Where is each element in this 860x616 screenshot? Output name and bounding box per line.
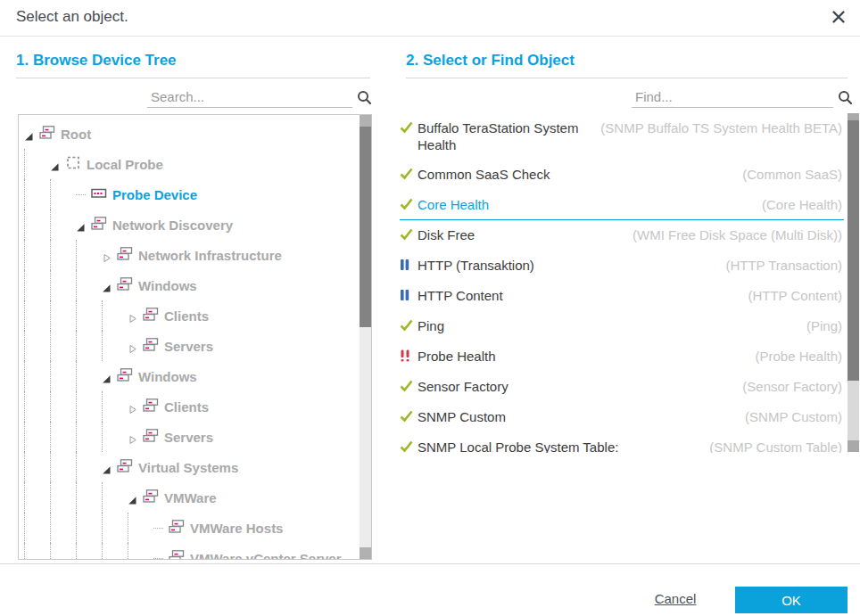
close-icon[interactable]	[831, 10, 846, 24]
tree-node-label[interactable]: Servers	[164, 339, 213, 354]
tree-node[interactable]: Windows	[24, 270, 371, 300]
object-name[interactable]: Disk Free	[418, 226, 625, 243]
tree-node-label[interactable]: Probe Device	[112, 187, 197, 202]
ok-button[interactable]: OK	[735, 587, 848, 613]
expand-toggle-icon[interactable]	[128, 432, 137, 442]
tree-guide-line	[102, 543, 128, 560]
tree-node[interactable]: Windows	[24, 361, 371, 391]
tree-node[interactable]: Clients	[24, 300, 371, 331]
tree-node[interactable]: Network Infrastructure	[24, 240, 371, 270]
tree-node-label[interactable]: VMWare Hosts	[190, 521, 283, 536]
object-list-item[interactable]: Sensor Factory(Sensor Factory)	[400, 372, 844, 402]
object-name[interactable]: SNMP Custom	[418, 408, 738, 425]
expand-toggle-icon[interactable]	[128, 341, 137, 351]
tree-scrollbar-thumb[interactable]	[360, 127, 371, 327]
tree-node-label[interactable]: Local Probe	[87, 157, 163, 172]
tree-node-label[interactable]: Network Infrastructure	[138, 248, 282, 263]
tree-node-label[interactable]: VMWare	[164, 490, 217, 505]
tree-node-label[interactable]: VMWare vCenter Server	[190, 551, 342, 561]
list-scrollbar-thumb[interactable]	[848, 120, 859, 381]
tree-guide-line	[24, 331, 50, 361]
tree-guide-line	[24, 149, 50, 179]
group-icon	[117, 277, 133, 294]
object-list-item[interactable]: SNMP Local Probe System Table: hrDiskSto…	[400, 432, 844, 453]
object-type: (HTTP Transaction)	[725, 257, 842, 274]
warning-icon	[400, 348, 418, 365]
tree-node-label[interactable]: Clients	[164, 308, 209, 324]
find-icon[interactable]	[838, 90, 853, 105]
tree-guide-line	[76, 331, 102, 361]
tree-node[interactable]: VMWare Hosts	[24, 513, 371, 543]
search-icon[interactable]	[357, 90, 372, 105]
tree-guide-line	[50, 240, 76, 270]
object-name[interactable]: Ping	[418, 317, 799, 334]
tree-node[interactable]: Clients	[24, 391, 371, 422]
object-type: (Core Health)	[762, 196, 842, 213]
tree-guide-line	[24, 209, 50, 240]
collapse-toggle-icon[interactable]	[102, 281, 112, 291]
object-list-item[interactable]: Probe Health(Probe Health)	[400, 341, 844, 372]
object-list-item[interactable]: SNMP Custom(SNMP Custom)	[400, 402, 844, 432]
tree-guide-line	[50, 422, 76, 452]
object-name[interactable]: Buffalo TeraStation System Health	[418, 119, 593, 153]
tree-node-label[interactable]: Windows	[138, 278, 197, 293]
cancel-button[interactable]: Cancel	[649, 591, 701, 606]
expand-toggle-icon[interactable]	[128, 402, 137, 412]
object-list-item[interactable]: Common SaaS Check(Common SaaS)	[400, 160, 844, 190]
object-list-item[interactable]: Disk Free(WMI Free Disk Space (Multi Dis…	[400, 220, 844, 251]
tree-node[interactable]: Local Probe	[24, 149, 371, 179]
tree-guide-line	[24, 270, 50, 300]
collapse-toggle-icon[interactable]	[76, 220, 86, 230]
tree-node[interactable]: Servers	[24, 422, 371, 452]
object-name[interactable]: Common SaaS Check	[418, 166, 735, 183]
tree-guide-line	[24, 240, 50, 270]
tree-node-label[interactable]: Servers	[164, 430, 213, 445]
tree-scrollbar[interactable]	[360, 115, 371, 559]
object-name[interactable]: Core Health	[418, 196, 755, 213]
tree-guide-line	[50, 513, 76, 543]
check-icon	[400, 226, 418, 244]
object-list-item[interactable]: HTTP (Transaktion)(HTTP Transaction)	[400, 251, 844, 281]
footer-divider	[0, 563, 860, 564]
object-list-item[interactable]: Core Health(Core Health)	[400, 190, 844, 220]
search-input[interactable]	[147, 86, 352, 108]
object-type: (SNMP Custom Table)	[709, 439, 842, 453]
tree-node[interactable]: VMWare vCenter Server	[24, 543, 371, 560]
tree-node-label[interactable]: Windows	[138, 369, 197, 384]
tree-node[interactable]: Servers	[24, 331, 371, 361]
tree-guide-line	[76, 361, 102, 391]
tree-node[interactable]: Network Discovery	[24, 209, 371, 240]
collapse-toggle-icon[interactable]	[50, 160, 60, 169]
object-list-item[interactable]: Ping(Ping)	[400, 311, 844, 341]
tree-node[interactable]: VMWare	[24, 482, 371, 513]
dialog-titlebar: Select an object.	[0, 0, 860, 37]
expand-toggle-icon[interactable]	[128, 311, 137, 321]
collapse-toggle-icon[interactable]	[102, 372, 112, 382]
object-list-item[interactable]: Buffalo TeraStation System Health(SNMP B…	[400, 113, 844, 160]
object-name[interactable]: Sensor Factory	[418, 378, 735, 395]
group-icon	[143, 398, 159, 415]
tree-guide-line	[102, 482, 128, 513]
expand-toggle-icon[interactable]	[102, 251, 112, 260]
tree-guide-line	[76, 240, 102, 270]
device-tree: RootLocal ProbeProbe DeviceNetwork Disco…	[18, 114, 372, 560]
collapse-toggle-icon[interactable]	[102, 463, 112, 472]
object-name[interactable]: Probe Health	[418, 348, 748, 365]
collapse-toggle-icon[interactable]	[128, 493, 137, 503]
tree-node-label[interactable]: Root	[61, 127, 91, 142]
collapse-toggle-icon[interactable]	[24, 129, 34, 139]
tree-node-label[interactable]: Virtual Systems	[138, 460, 238, 475]
tree-node[interactable]: Root	[24, 119, 371, 149]
tree-node[interactable]: Virtual Systems	[24, 452, 371, 482]
tree-guide-line	[76, 422, 102, 452]
object-list-item[interactable]: HTTP Content(HTTP Content)	[400, 281, 844, 311]
tree-node-label[interactable]: Clients	[164, 399, 209, 415]
find-input[interactable]	[632, 86, 833, 108]
tree-node[interactable]: Probe Device	[24, 179, 371, 209]
object-name[interactable]: SNMP Local Probe System Table: hrDiskSto…	[418, 439, 702, 453]
object-name[interactable]: HTTP (Transaktion)	[418, 257, 718, 274]
list-scrollbar[interactable]	[848, 113, 859, 452]
tree-node-label[interactable]: Network Discovery	[112, 218, 233, 233]
tree-guide-line	[24, 513, 50, 543]
object-name[interactable]: HTTP Content	[418, 287, 740, 304]
